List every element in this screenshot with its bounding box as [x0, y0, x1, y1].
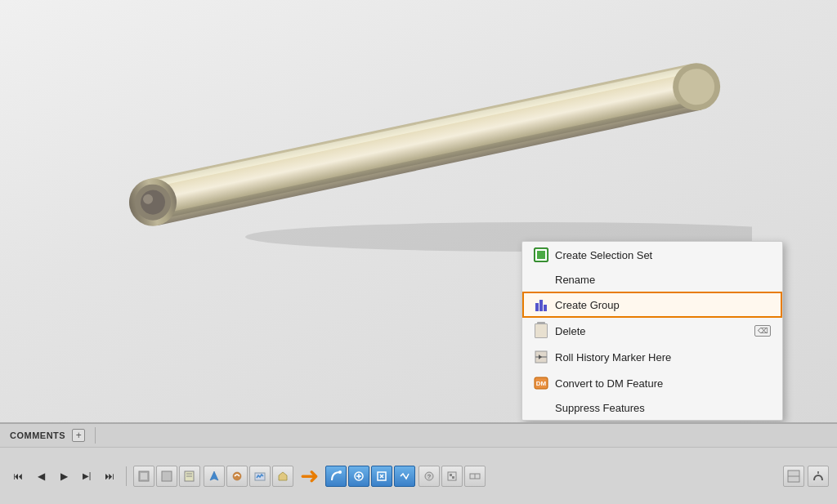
comments-bar: COMMENTS +: [0, 424, 837, 448]
panel-icon-1[interactable]: [783, 466, 804, 487]
svg-point-23: [338, 471, 342, 474]
toolbar-btn-blue-2[interactable]: [348, 466, 369, 487]
comments-separator: [95, 427, 96, 444]
svg-rect-30: [452, 476, 454, 479]
menu-item-convert-dm[interactable]: DM Convert to DM Feature: [522, 370, 782, 396]
arrow-indicator: ➜: [300, 462, 319, 489]
toolbar-btn-10[interactable]: [464, 466, 486, 487]
comments-label: COMMENTS: [10, 430, 65, 440]
right-panel-icons: [783, 448, 837, 504]
toolbar-group-2: [204, 466, 293, 487]
menu-label-suppress-features: Suppress Features: [555, 402, 645, 414]
3d-viewport[interactable]: Create Selection Set Rename Create Group: [0, 0, 837, 422]
toolbar-separator-1: [126, 466, 127, 486]
svg-rect-17: [162, 471, 172, 481]
timeline-bar: ⏮ ◀ ▶ ▶| ⏭: [0, 448, 837, 504]
selection-set-icon: [534, 248, 548, 262]
roll-history-icon: [534, 350, 548, 364]
toolbar-btn-6[interactable]: [249, 466, 271, 487]
toolbar-btn-9[interactable]: [441, 466, 463, 487]
convert-dm-icon: DM: [534, 376, 548, 390]
prev-frame-button[interactable]: ◀: [31, 466, 51, 486]
toolbar-btn-1[interactable]: [133, 466, 154, 487]
rod-model: [82, 16, 752, 278]
toolbar-btn-3[interactable]: [179, 466, 200, 487]
toolbar-btn-7[interactable]: [272, 466, 293, 487]
menu-item-create-group[interactable]: Create Group: [522, 292, 782, 318]
toolbar-btn-4[interactable]: [204, 466, 225, 487]
skip-to-start-button[interactable]: ⏮: [8, 466, 28, 486]
svg-rect-3: [155, 100, 700, 220]
menu-item-rename[interactable]: Rename: [522, 268, 782, 292]
menu-label-create-group: Create Group: [555, 299, 620, 311]
toolbar-group-blue: [325, 466, 415, 487]
menu-label-roll-history: Roll History Marker Here: [555, 351, 671, 364]
svg-text:?: ?: [427, 474, 431, 479]
group-icon: [534, 297, 548, 312]
menu-item-delete[interactable]: Delete ⌫: [522, 318, 782, 344]
toolbar-btn-8[interactable]: ?: [418, 466, 440, 487]
menu-label-create-selection-set: Create Selection Set: [555, 249, 652, 261]
svg-point-21: [233, 472, 241, 480]
toolbar-group-3: ?: [418, 466, 486, 487]
svg-text:DM: DM: [536, 380, 547, 387]
svg-rect-29: [450, 474, 452, 476]
next-step-button[interactable]: ▶|: [77, 466, 96, 486]
svg-rect-16: [141, 473, 147, 479]
play-button[interactable]: ▶: [54, 466, 74, 486]
menu-label-convert-dm: Convert to DM Feature: [555, 377, 663, 390]
toolbar-btn-blue-3[interactable]: [371, 466, 392, 487]
bottom-panel: COMMENTS + ⏮ ◀ ▶ ▶| ⏭: [0, 422, 837, 504]
toolbar-btn-5[interactable]: [226, 466, 248, 487]
delete-icon: [534, 323, 548, 338]
toolbar-btn-blue-1[interactable]: [325, 466, 347, 487]
toolbar-group-1: [133, 466, 200, 487]
delete-shortcut-key: ⌫: [754, 325, 771, 337]
menu-label-delete: Delete: [555, 325, 586, 337]
toolbar-btn-blue-4[interactable]: [394, 466, 415, 487]
context-menu: Create Selection Set Rename Create Group: [521, 241, 783, 421]
comments-add-button[interactable]: +: [72, 429, 85, 442]
menu-label-rename: Rename: [555, 274, 595, 286]
menu-item-suppress-features[interactable]: Suppress Features: [522, 396, 782, 420]
toolbar-btn-2[interactable]: [156, 466, 177, 487]
menu-item-roll-history[interactable]: Roll History Marker Here: [522, 344, 782, 370]
skip-to-end-button[interactable]: ⏭: [100, 466, 119, 486]
panel-icon-2[interactable]: [808, 466, 829, 487]
menu-item-create-selection-set[interactable]: Create Selection Set: [522, 242, 782, 268]
